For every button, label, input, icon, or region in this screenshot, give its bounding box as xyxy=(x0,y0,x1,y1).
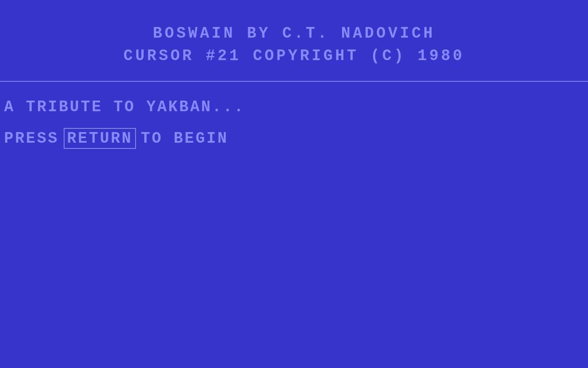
press-return-line: PRESS RETURN TO BEGIN xyxy=(4,128,584,149)
return-key-label[interactable]: RETURN xyxy=(64,128,136,149)
press-prefix-text: PRESS xyxy=(4,130,59,147)
press-suffix-text: TO BEGIN xyxy=(141,130,228,147)
title-line2: CURSOR #21 COPYRIGHT (C) 1980 xyxy=(0,47,588,65)
tribute-text: A TRIBUTE TO YAKBAN... xyxy=(4,98,584,116)
content-section: A TRIBUTE TO YAKBAN... PRESS RETURN TO B… xyxy=(0,82,588,149)
header-section: BOSWAIN BY C.T. NADOVICH CURSOR #21 COPY… xyxy=(0,0,588,73)
retro-screen: BOSWAIN BY C.T. NADOVICH CURSOR #21 COPY… xyxy=(0,0,588,368)
title-line1: BOSWAIN BY C.T. NADOVICH xyxy=(0,25,588,42)
